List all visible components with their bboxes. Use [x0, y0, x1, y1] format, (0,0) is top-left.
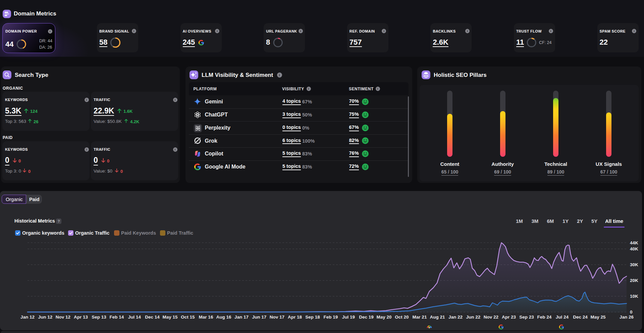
svg-text:Sep 23: Sep 23 [519, 315, 534, 320]
svg-text:May 25: May 25 [590, 315, 606, 320]
svg-text:Jan 26: Jan 26 [620, 315, 634, 320]
svg-text:Dec 14: Dec 14 [145, 315, 160, 320]
svg-text:Apr 13: Apr 13 [74, 315, 88, 320]
svg-text:Apr 18: Apr 18 [288, 315, 302, 320]
svg-text:30K: 30K [630, 262, 638, 267]
svg-text:Oct 20: Oct 20 [395, 315, 409, 320]
svg-text:Jan 17: Jan 17 [234, 315, 249, 320]
svg-text:Oct 15: Oct 15 [181, 315, 195, 320]
svg-text:Jun 12: Jun 12 [38, 315, 53, 320]
svg-text:May 15: May 15 [162, 315, 178, 320]
svg-text:Aug 21: Aug 21 [430, 315, 445, 320]
svg-text:20K: 20K [630, 278, 638, 283]
svg-text:Jun 22: Jun 22 [466, 315, 481, 320]
svg-text:Mar 16: Mar 16 [199, 315, 213, 320]
svg-text:Apr 23: Apr 23 [502, 315, 516, 320]
svg-text:Nov 22: Nov 22 [484, 315, 498, 320]
svg-text:Jul 24: Jul 24 [556, 315, 569, 320]
svg-text:Nov 12: Nov 12 [56, 315, 70, 320]
svg-text:Nov 17: Nov 17 [270, 315, 284, 320]
svg-text:0: 0 [630, 310, 633, 315]
svg-text:44K: 44K [630, 240, 638, 245]
svg-text:Feb 24: Feb 24 [537, 315, 552, 320]
svg-text:Dec 24: Dec 24 [573, 315, 588, 320]
svg-text:Dec 19: Dec 19 [359, 315, 374, 320]
svg-text:Jun 17: Jun 17 [252, 315, 267, 320]
svg-text:10K: 10K [630, 294, 638, 299]
svg-text:May 20: May 20 [376, 315, 391, 320]
svg-text:40K: 40K [630, 246, 638, 251]
svg-text:Jul 14: Jul 14 [128, 315, 141, 320]
svg-text:Jul 19: Jul 19 [342, 315, 355, 320]
svg-text:Mar 21: Mar 21 [413, 315, 427, 320]
svg-text:Sep 18: Sep 18 [305, 315, 320, 320]
svg-text:Jan 22: Jan 22 [448, 315, 463, 320]
svg-text:Aug 16: Aug 16 [216, 315, 231, 320]
svg-text:Feb 19: Feb 19 [324, 315, 338, 320]
svg-text:Jan 12: Jan 12 [20, 315, 35, 320]
svg-text:Sep 13: Sep 13 [92, 315, 106, 320]
svg-text:Feb 14: Feb 14 [110, 315, 124, 320]
